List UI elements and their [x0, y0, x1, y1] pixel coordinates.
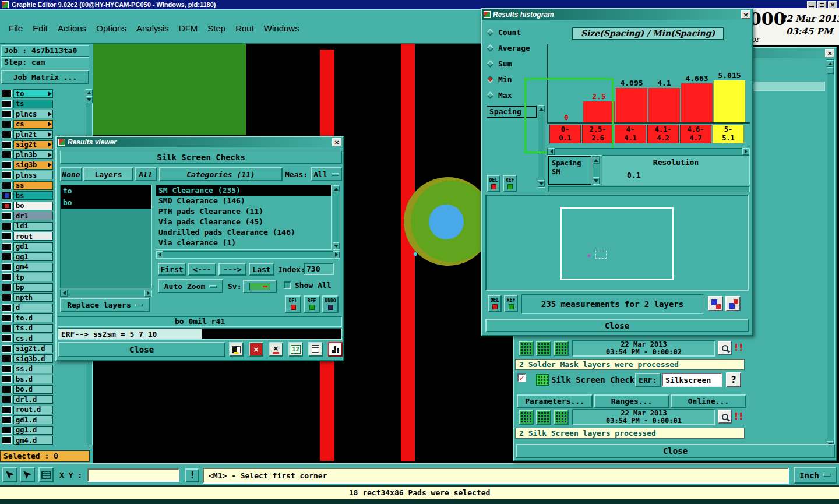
layer-visibility-checkbox[interactable]: [2, 253, 12, 260]
alert-icon[interactable]: !!: [734, 342, 744, 353]
first-button[interactable]: First: [158, 263, 186, 276]
layer-item-npth[interactable]: npth: [13, 293, 53, 302]
histogram-bar[interactable]: [648, 88, 680, 122]
layer-visibility-checkbox[interactable]: [2, 192, 12, 199]
maximize-button[interactable]: [817, 1, 827, 9]
layer-item-sig3b[interactable]: sig3b: [13, 161, 53, 170]
refresh-button[interactable]: REF: [504, 295, 518, 312]
minimize-button[interactable]: [807, 1, 816, 9]
layer-item-drl.d[interactable]: drl.d: [13, 395, 53, 404]
layer-item-ss[interactable]: ss: [13, 181, 53, 190]
layers-run-icon[interactable]: [519, 341, 534, 356]
zoom-results-button[interactable]: [718, 410, 732, 424]
scroll-down-icon[interactable]: [538, 180, 545, 187]
ranges-button[interactable]: Ranges...: [594, 394, 669, 408]
menu-file[interactable]: File: [9, 23, 23, 33]
scroll-down-icon[interactable]: [86, 96, 93, 103]
layer-item-to.d[interactable]: to.d: [13, 313, 53, 322]
menu-actions[interactable]: Actions: [58, 23, 86, 33]
last-button[interactable]: Last: [249, 263, 274, 276]
scroll-left-icon[interactable]: [61, 290, 68, 297]
units-dropdown[interactable]: Inch: [794, 467, 837, 484]
layer-item-ts.d[interactable]: ts.d: [13, 324, 53, 333]
xy-input[interactable]: [87, 468, 179, 482]
layer-item-sig2t.d[interactable]: sig2t.d: [13, 344, 53, 353]
layer-item-plnss[interactable]: plnss: [13, 171, 53, 179]
layer-item-sig2t[interactable]: sig2t: [13, 140, 53, 149]
layer-item-gm4.d[interactable]: gm4.d: [13, 436, 53, 445]
alert-button[interactable]: !: [185, 468, 199, 482]
layer-item-bp[interactable]: bp: [13, 283, 53, 292]
series-v-scrollbar[interactable]: [593, 156, 600, 185]
layers-run-icon[interactable]: [554, 341, 569, 356]
layer-visibility-checkbox[interactable]: [2, 304, 12, 312]
layer-item-cs.d[interactable]: cs.d: [13, 334, 53, 343]
series-list-item[interactable]: Spacing SM: [548, 156, 591, 185]
delete-button[interactable]: DEL: [488, 295, 502, 312]
filter-layers-button[interactable]: Layers: [83, 167, 133, 181]
layers-run-icon[interactable]: [536, 341, 551, 356]
stat-option-sum[interactable]: Sum: [488, 58, 530, 69]
layer-visibility-checkbox[interactable]: [2, 436, 12, 444]
category-item[interactable]: Via clearance (1): [156, 238, 331, 248]
filter-none-button[interactable]: None: [60, 167, 82, 181]
category-item[interactable]: SM Clearance (235): [156, 185, 331, 196]
layer-visibility-checkbox[interactable]: [2, 223, 12, 230]
layer-visibility-checkbox[interactable]: [2, 171, 12, 179]
layers-run-icon[interactable]: [554, 410, 569, 425]
replace-layers-dropdown[interactable]: Replace layers: [60, 298, 150, 312]
dismiss-result-button[interactable]: ×: [269, 342, 283, 357]
layer-visibility-checkbox[interactable]: [2, 212, 12, 220]
scroll-left-icon[interactable]: [548, 148, 555, 155]
category-item[interactable]: Undrilled pads Clearance (146): [156, 227, 331, 238]
resolution-h-scrollbar[interactable]: [548, 186, 750, 192]
layer-item-rout.d[interactable]: rout.d: [13, 406, 53, 414]
scroll-up-icon[interactable]: [333, 185, 340, 192]
layer-item-bs.d[interactable]: bs.d: [13, 375, 53, 383]
histogram-titlebar[interactable]: Results histogram ×: [482, 9, 752, 20]
category-item[interactable]: SMD Clearance (146): [156, 196, 331, 206]
erf-value-field[interactable]: Silkscreen: [662, 373, 722, 387]
scroll-left-icon[interactable]: [156, 251, 163, 258]
layer-item-gd1.d[interactable]: gd1.d: [13, 415, 53, 424]
layer-visibility-checkbox[interactable]: [2, 141, 12, 149]
scroll-up-icon[interactable]: [86, 89, 93, 96]
layer-visibility-checkbox[interactable]: [2, 355, 12, 362]
layer-item-bo[interactable]: bo: [13, 202, 53, 210]
meas-dropdown[interactable]: All: [311, 167, 342, 181]
layer-visibility-checkbox[interactable]: [2, 375, 12, 383]
menu-dfm[interactable]: DFM: [179, 23, 198, 33]
viewer-titlebar[interactable]: Results viewer ×: [57, 137, 343, 147]
scroll-thumb[interactable]: [827, 67, 834, 74]
report-button[interactable]: [308, 342, 323, 357]
layer-visibility-checkbox[interactable]: [2, 161, 12, 169]
scroll-right-icon[interactable]: [742, 148, 749, 155]
histogram-bar[interactable]: [681, 83, 713, 122]
display-config-button[interactable]: [708, 296, 723, 311]
histogram-bar[interactable]: [616, 88, 647, 122]
scroll-right-icon[interactable]: [333, 251, 340, 258]
auto-zoom-dropdown[interactable]: Auto Zoom: [158, 279, 223, 293]
layer-item-bs[interactable]: bs: [13, 191, 53, 200]
undo-button[interactable]: UNDO: [322, 295, 339, 313]
scroll-down-icon[interactable]: [333, 242, 340, 249]
viewer-layer-list[interactable]: tobo: [60, 185, 152, 288]
range-cell[interactable]: 5-5.1: [713, 125, 744, 143]
viewer-layer-item[interactable]: bo: [61, 197, 151, 209]
category-h-scrollbar[interactable]: [156, 251, 340, 259]
categories-button[interactable]: Categories (11): [159, 167, 283, 181]
layer-visibility-checkbox[interactable]: [2, 386, 12, 393]
layer-visibility-checkbox[interactable]: [2, 284, 12, 291]
delete-result-button[interactable]: ×: [249, 342, 263, 357]
close-icon[interactable]: ×: [741, 10, 750, 19]
layer-visibility-checkbox[interactable]: [2, 202, 12, 210]
layer-visibility-checkbox[interactable]: [2, 396, 12, 403]
stat-option-average[interactable]: Average: [488, 43, 530, 54]
layer-item-tp[interactable]: tp: [13, 273, 53, 281]
layer-item-gg1[interactable]: gg1: [13, 252, 53, 261]
menu-analysis[interactable]: Analysis: [136, 23, 169, 33]
layer-visibility-checkbox[interactable]: [2, 325, 12, 332]
check-enabled-checkbox[interactable]: ✓: [517, 373, 526, 382]
category-item[interactable]: PTH pads Clearance (11): [156, 206, 331, 217]
layer-item-d[interactable]: d: [13, 304, 53, 312]
